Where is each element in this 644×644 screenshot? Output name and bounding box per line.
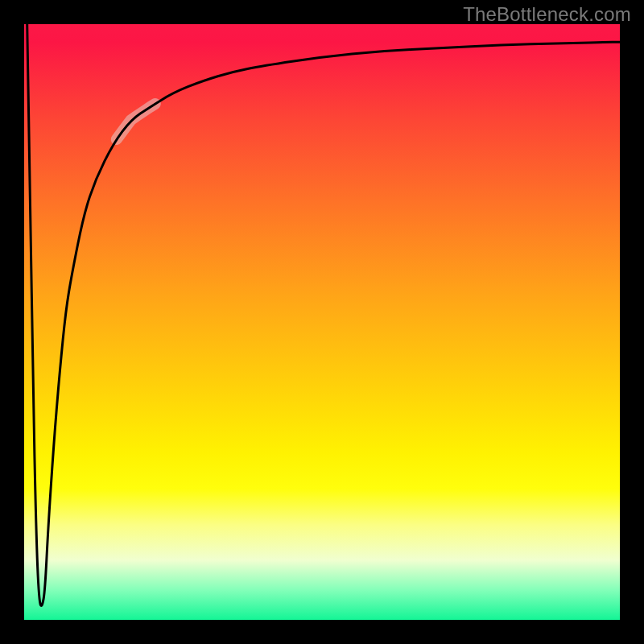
bottleneck-curve (27, 24, 620, 605)
curve-highlight (117, 104, 155, 139)
chart-frame: TheBottleneck.com (0, 0, 644, 644)
watermark-text: TheBottleneck.com (463, 3, 631, 26)
plot-area (24, 24, 620, 620)
curve-svg (24, 24, 620, 620)
